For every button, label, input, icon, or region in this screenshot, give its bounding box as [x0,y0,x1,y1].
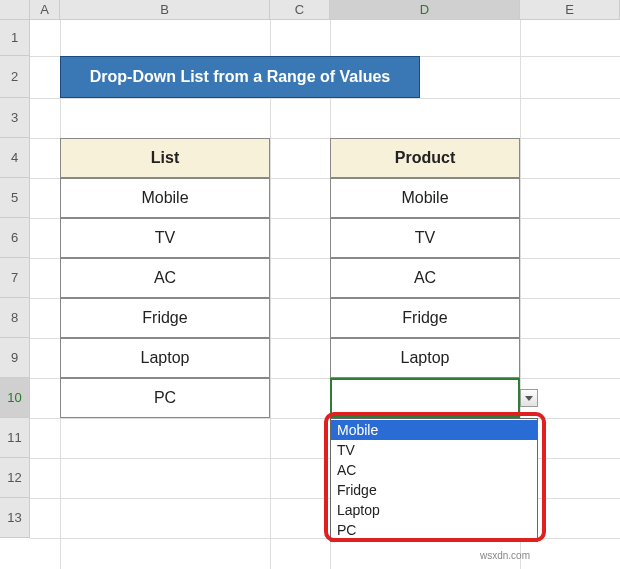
col-header-E[interactable]: E [520,0,620,19]
title-banner: Drop-Down List from a Range of Values [60,56,420,98]
row-header-13[interactable]: 13 [0,498,30,538]
list-item[interactable]: Laptop [60,338,270,378]
dropdown-button[interactable] [520,389,538,407]
active-cell-D10[interactable] [330,378,520,418]
row-header-5[interactable]: 5 [0,178,30,218]
spreadsheet: A B C D E 1 2 3 4 5 6 7 8 9 10 11 12 13 [0,0,620,569]
dropdown-option[interactable]: Mobile [331,420,537,440]
cells-area[interactable]: Drop-Down List from a Range of Values Li… [30,20,620,569]
product-item[interactable]: AC [330,258,520,298]
col-header-C[interactable]: C [270,0,330,19]
dropdown-list[interactable]: Mobile TV AC Fridge Laptop PC [330,418,538,542]
row-header-1[interactable]: 1 [0,20,30,56]
product-item[interactable]: Mobile [330,178,520,218]
list-item[interactable]: TV [60,218,270,258]
row-header-10[interactable]: 10 [0,378,30,418]
dropdown-option[interactable]: Laptop [331,500,537,520]
col-header-D[interactable]: D [330,0,520,19]
row-header-6[interactable]: 6 [0,218,30,258]
dropdown-option[interactable]: AC [331,460,537,480]
list-header[interactable]: List [60,138,270,178]
row-header-8[interactable]: 8 [0,298,30,338]
product-item[interactable]: Fridge [330,298,520,338]
dropdown-option[interactable]: PC [331,520,537,540]
row-headers: 1 2 3 4 5 6 7 8 9 10 11 12 13 [0,20,30,538]
list-item[interactable]: Mobile [60,178,270,218]
watermark: wsxdn.com [480,550,530,561]
row-header-4[interactable]: 4 [0,138,30,178]
row-header-11[interactable]: 11 [0,418,30,458]
list-item[interactable]: AC [60,258,270,298]
list-item[interactable]: PC [60,378,270,418]
product-item[interactable]: TV [330,218,520,258]
select-all-corner[interactable] [0,0,30,19]
row-header-7[interactable]: 7 [0,258,30,298]
chevron-down-icon [525,396,533,401]
col-header-B[interactable]: B [60,0,270,19]
row-header-9[interactable]: 9 [0,338,30,378]
product-header[interactable]: Product [330,138,520,178]
column-headers: A B C D E [0,0,620,20]
row-header-12[interactable]: 12 [0,458,30,498]
dropdown-option[interactable]: Fridge [331,480,537,500]
dropdown-option[interactable]: TV [331,440,537,460]
col-header-A[interactable]: A [30,0,60,19]
row-header-3[interactable]: 3 [0,98,30,138]
row-header-2[interactable]: 2 [0,56,30,98]
list-item[interactable]: Fridge [60,298,270,338]
product-item[interactable]: Laptop [330,338,520,378]
